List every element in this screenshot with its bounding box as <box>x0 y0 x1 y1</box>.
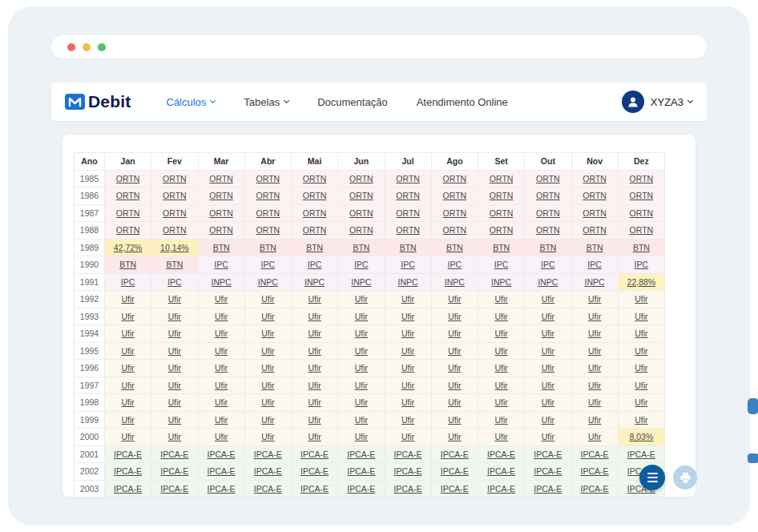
index-link[interactable]: Ufir <box>121 432 134 441</box>
index-link[interactable]: Ufir <box>401 312 414 321</box>
index-link[interactable]: Ufir <box>121 328 134 338</box>
index-link[interactable]: ORTN <box>256 225 280 235</box>
index-link[interactable]: Ufir <box>168 294 181 304</box>
index-link[interactable]: ORTN <box>443 174 467 183</box>
index-link[interactable]: Ufir <box>121 346 134 356</box>
index-link[interactable]: Ufir <box>261 346 274 356</box>
index-link[interactable]: IPCA-E <box>487 484 515 494</box>
index-link[interactable]: Ufir <box>494 363 507 373</box>
index-link[interactable]: 8,03% <box>629 432 653 441</box>
index-link[interactable]: Ufir <box>494 432 507 441</box>
index-link[interactable]: Ufir <box>494 294 507 304</box>
index-link[interactable]: ORTN <box>490 174 514 183</box>
index-link[interactable]: Ufir <box>355 363 368 373</box>
index-link[interactable]: BTN <box>353 243 369 252</box>
index-link[interactable]: Ufir <box>635 415 647 425</box>
index-link[interactable]: Ufir <box>308 346 321 356</box>
index-link[interactable]: Ufir <box>401 432 414 441</box>
index-link[interactable]: Ufir <box>448 381 461 390</box>
index-link[interactable]: IPC <box>587 260 602 269</box>
index-link[interactable]: IPC <box>167 277 182 287</box>
index-link[interactable]: Ufir <box>588 397 601 407</box>
index-link[interactable]: INPC <box>445 277 465 287</box>
index-link[interactable]: INPC <box>585 277 605 287</box>
index-link[interactable]: Ufir <box>121 294 134 304</box>
index-link[interactable]: ORTN <box>116 208 140 218</box>
index-link[interactable]: IPCA-E <box>394 449 422 459</box>
index-link[interactable]: INPC <box>258 277 278 287</box>
index-link[interactable]: BTN <box>260 243 276 252</box>
index-link[interactable]: Ufir <box>355 346 368 356</box>
index-link[interactable]: ORTN <box>163 174 187 183</box>
index-link[interactable]: Ufir <box>542 312 554 321</box>
index-link[interactable]: Ufir <box>121 415 134 425</box>
index-link[interactable]: Ufir <box>308 328 321 338</box>
index-link[interactable]: ORTN <box>163 191 187 200</box>
index-link[interactable]: Ufir <box>355 381 368 390</box>
index-link[interactable]: IPC <box>121 277 135 287</box>
brand-logo[interactable]: Debit <box>64 92 131 111</box>
index-link[interactable]: IPCA-E <box>347 449 375 459</box>
index-link[interactable]: Ufir <box>401 397 414 407</box>
index-link[interactable]: ORTN <box>490 191 514 200</box>
index-link[interactable]: BTN <box>119 260 136 269</box>
index-link[interactable]: IPC <box>541 260 555 269</box>
index-link[interactable]: ORTN <box>630 191 654 200</box>
index-link[interactable]: 22,88% <box>627 277 656 287</box>
index-link[interactable]: IPCA-E <box>441 484 469 494</box>
index-link[interactable]: Ufir <box>261 328 274 338</box>
index-link[interactable]: IPC <box>635 260 649 269</box>
index-link[interactable]: Ufir <box>121 381 134 390</box>
index-link[interactable]: Ufir <box>308 363 321 373</box>
index-link[interactable]: IPCA-E <box>114 466 142 476</box>
index-link[interactable]: ORTN <box>303 225 327 235</box>
index-link[interactable]: Ufir <box>215 432 228 441</box>
index-link[interactable]: IPCA-E <box>254 449 282 459</box>
index-link[interactable]: ORTN <box>349 174 373 183</box>
index-link[interactable]: Ufir <box>308 432 321 441</box>
index-link[interactable]: Ufir <box>448 397 461 407</box>
index-link[interactable]: BTN <box>633 243 650 252</box>
nav-item-atendimento-online[interactable]: Atendimento Online <box>417 96 508 108</box>
index-link[interactable]: Ufir <box>588 312 601 321</box>
index-link[interactable]: BTN <box>539 243 556 252</box>
index-link[interactable]: ORTN <box>490 225 514 235</box>
index-link[interactable]: Ufir <box>635 397 647 407</box>
index-link[interactable]: INPC <box>304 277 325 287</box>
index-link[interactable]: ORTN <box>536 208 560 218</box>
index-link[interactable]: Ufir <box>448 432 461 441</box>
index-link[interactable]: ORTN <box>256 174 280 183</box>
index-link[interactable]: ORTN <box>209 191 233 200</box>
index-link[interactable]: ORTN <box>256 208 280 218</box>
index-link[interactable]: Ufir <box>494 397 507 407</box>
index-link[interactable]: Ufir <box>401 363 414 373</box>
index-link[interactable]: IPCA-E <box>300 449 329 459</box>
close-button[interactable] <box>67 43 75 51</box>
index-link[interactable]: ORTN <box>583 174 607 183</box>
index-link[interactable]: INPC <box>491 277 511 287</box>
index-link[interactable]: IPCA-E <box>208 449 236 459</box>
index-link[interactable]: BTN <box>306 243 323 252</box>
index-link[interactable]: ORTN <box>303 208 327 218</box>
index-link[interactable]: Ufir <box>215 363 228 373</box>
index-link[interactable]: IPC <box>214 260 228 269</box>
user-menu[interactable]: XYZA3 <box>622 91 692 113</box>
index-link[interactable]: ORTN <box>583 208 607 218</box>
index-link[interactable]: ORTN <box>116 191 140 200</box>
index-link[interactable]: Ufir <box>261 381 274 390</box>
index-link[interactable]: Ufir <box>308 312 321 321</box>
index-link[interactable]: Ufir <box>542 381 554 390</box>
index-link[interactable]: Ufir <box>401 294 414 304</box>
index-link[interactable]: IPCA-E <box>534 466 562 476</box>
index-link[interactable]: ORTN <box>256 191 280 200</box>
nav-item-calculos[interactable]: Cálculos <box>167 96 216 108</box>
index-link[interactable]: ORTN <box>536 225 560 235</box>
index-link[interactable]: IPCA-E <box>300 466 329 476</box>
index-link[interactable]: ORTN <box>396 191 420 200</box>
index-link[interactable]: Ufir <box>494 328 507 338</box>
index-link[interactable]: Ufir <box>494 381 507 390</box>
nav-item-tabelas[interactable]: Tabelas <box>244 96 288 108</box>
index-link[interactable]: INPC <box>398 277 418 287</box>
index-link[interactable]: Ufir <box>261 294 274 304</box>
index-link[interactable]: ORTN <box>583 191 607 200</box>
